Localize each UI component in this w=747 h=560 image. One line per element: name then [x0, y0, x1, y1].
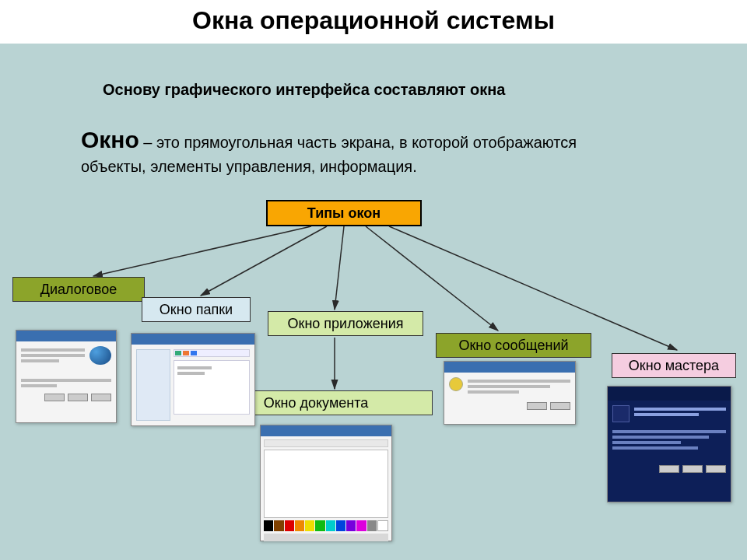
node-dialog: Диалоговое: [12, 277, 145, 302]
intro-text: Основу графического интерфейса составляю…: [103, 79, 647, 100]
definition-body: – это прямоугольная часть экрана, в кото…: [81, 134, 577, 175]
thumb-msg: [444, 361, 576, 425]
node-folder: Окно папки: [142, 297, 251, 322]
definition-text: Окно – это прямоугольная часть экрана, в…: [81, 124, 641, 177]
node-msg: Окно сообщений: [436, 333, 591, 358]
page-title: Окна операционной системы: [0, 6, 747, 35]
definition-term: Окно: [81, 127, 139, 152]
thumb-dialog: [16, 330, 117, 423]
thumb-folder: [131, 333, 255, 426]
thumb-doc: [260, 425, 392, 541]
node-app: Окно приложения: [268, 311, 423, 336]
root-node: Типы окон: [266, 200, 422, 226]
node-wizard: Окно мастера: [612, 353, 736, 378]
thumb-wizard: [607, 386, 731, 502]
